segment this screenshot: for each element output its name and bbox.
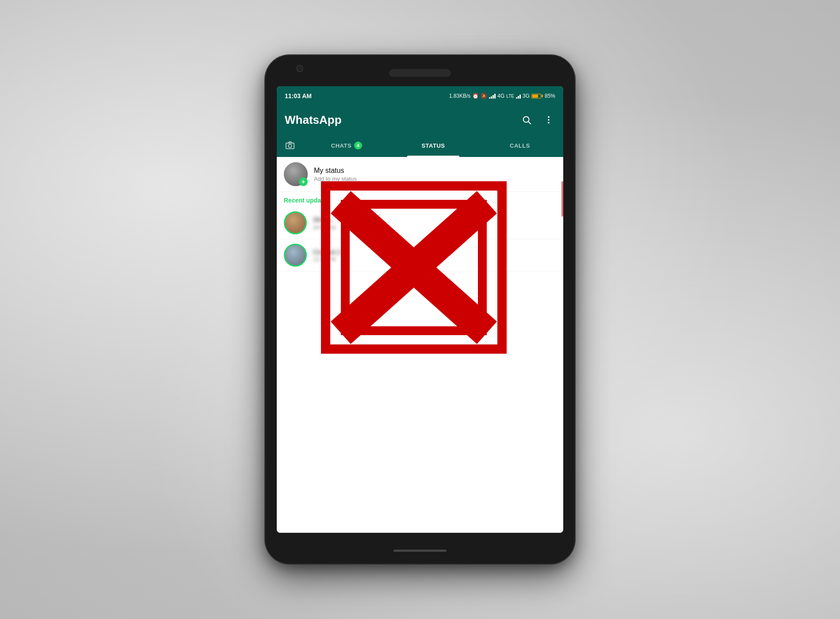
tab-status[interactable]: STATUS	[390, 134, 477, 157]
signal-bars-4g	[489, 93, 496, 99]
red-x-overlay	[321, 181, 507, 354]
network-type: 4G	[497, 93, 504, 99]
network-type-2: 3G	[523, 93, 530, 99]
bar3	[493, 95, 494, 99]
phone-bottom	[393, 537, 447, 564]
bar2	[518, 96, 519, 99]
lte-label: LTE	[506, 94, 514, 99]
signal-bars-3g	[516, 93, 521, 99]
battery-percent: 85%	[545, 93, 555, 99]
tab-chats[interactable]: CHATS 4	[303, 134, 390, 157]
tab-status-label: STATUS	[421, 142, 445, 149]
tab-calls-label: CALLS	[510, 142, 530, 149]
svg-line-1	[528, 122, 531, 124]
bar3	[519, 95, 521, 99]
tab-bar: CHATS 4 STATUS CALLS	[277, 134, 563, 157]
svg-point-6	[288, 144, 291, 147]
menu-button[interactable]	[542, 113, 555, 126]
camera-tab[interactable]	[277, 134, 303, 157]
phone-speaker	[389, 69, 451, 77]
app-title: WhatsApp	[285, 113, 342, 127]
chats-badge: 4	[354, 141, 362, 149]
phone-camera	[296, 65, 303, 72]
header-icons	[520, 113, 555, 126]
tab-calls[interactable]: CALLS	[477, 134, 563, 157]
camera-icon	[285, 141, 295, 150]
battery-icon	[531, 94, 543, 99]
status-time: 11:03 AM	[285, 92, 312, 99]
whatsapp-header: WhatsApp	[277, 106, 563, 134]
screen-content: + My status Add to my status Recent upda…	[277, 157, 563, 533]
bar2	[491, 96, 492, 99]
bar1	[489, 97, 490, 99]
svg-point-4	[548, 122, 550, 124]
contact-avatar-2	[284, 244, 307, 267]
status-bar: 11:03 AM 1.83KB/s ⏰ 🔕 4G LTE 3G	[277, 86, 563, 106]
my-status-info: My status Add to my status	[314, 167, 357, 182]
bar4	[494, 94, 496, 99]
scrollbar-indicator	[561, 181, 563, 217]
my-avatar-wrapper: +	[284, 162, 308, 186]
search-button[interactable]	[520, 113, 533, 126]
mute-icon: 🔕	[481, 93, 487, 99]
svg-point-3	[548, 119, 550, 121]
search-icon	[522, 115, 531, 125]
my-status-name: My status	[314, 167, 357, 175]
tab-chats-label: CHATS	[331, 142, 351, 149]
phone-device: 11:03 AM 1.83KB/s ⏰ 🔕 4G LTE 3G	[265, 55, 575, 564]
alarm-icon: ⏰	[472, 93, 479, 99]
phone-screen: 11:03 AM 1.83KB/s ⏰ 🔕 4G LTE 3G	[277, 86, 563, 533]
red-x-svg	[321, 181, 507, 354]
svg-point-2	[548, 116, 550, 118]
add-status-button[interactable]: +	[299, 177, 308, 186]
status-right-icons: 1.83KB/s ⏰ 🔕 4G LTE 3G	[449, 93, 555, 99]
home-indicator	[393, 550, 447, 552]
bar1	[516, 97, 517, 99]
more-icon	[544, 115, 554, 125]
network-speed: 1.83KB/s	[449, 93, 471, 99]
contact-avatar-1	[284, 211, 307, 234]
phone-top-bar	[265, 55, 575, 86]
